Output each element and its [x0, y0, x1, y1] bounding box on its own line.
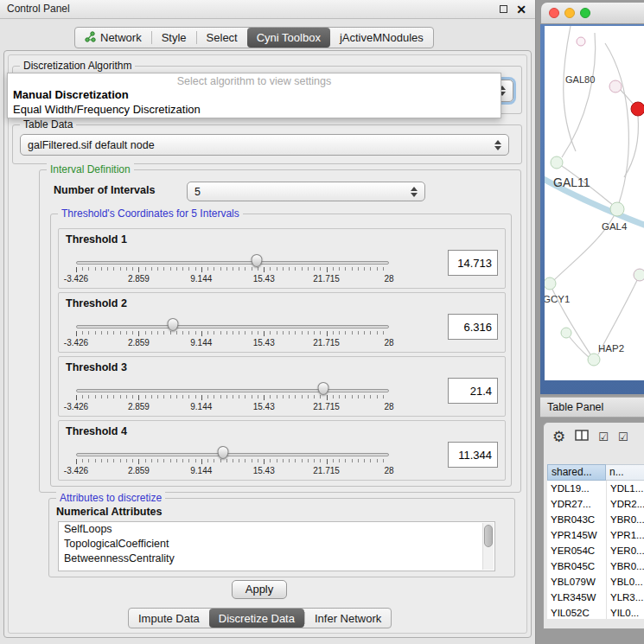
- attributes-list[interactable]: SelfLoops TopologicalCoefficient Between…: [58, 521, 495, 571]
- tab-cyni-toolbox[interactable]: Cyni Toolbox: [247, 28, 330, 48]
- scrollbar-thumb[interactable]: [484, 525, 493, 547]
- network-node[interactable]: [577, 37, 585, 46]
- interval-definition-group: Interval Definition Number of Intervals …: [39, 169, 521, 493]
- threshold-4-slider[interactable]: -3.426 2.859 9.144 15.43 21.715 28: [76, 447, 389, 480]
- table-row[interactable]: YER054C YER0...: [547, 543, 644, 558]
- network-node[interactable]: [551, 156, 563, 169]
- table-header-row: shared... n...: [547, 464, 644, 481]
- table-data-select[interactable]: galFiltered.sif default node: [20, 134, 509, 156]
- dropdown-placeholder: Select algorithm to view settings: [8, 73, 501, 87]
- scale-label: 9.144: [190, 466, 212, 475]
- slider-thumb[interactable]: [218, 446, 229, 459]
- tab-discretize-data[interactable]: Discretize Data: [209, 609, 304, 628]
- scale-label: 15.43: [253, 274, 275, 284]
- minimize-traffic-light-icon[interactable]: [564, 8, 575, 18]
- scale-label: 28: [384, 402, 393, 411]
- column-header-shared-name[interactable]: shared...: [547, 464, 606, 481]
- threshold-1-label: Threshold 1: [66, 233, 127, 245]
- table-panel-title: Table Panel: [547, 401, 603, 413]
- table-row[interactable]: YLR345W YLR3...: [547, 590, 644, 605]
- tab-impute-data[interactable]: Impute Data: [129, 609, 209, 628]
- table-body[interactable]: YDL19... YDL1... YDR27... YDR2... YBR043…: [547, 481, 644, 619]
- dropdown-option-equal-width[interactable]: Equal Width/Frequency Discretization: [8, 102, 501, 117]
- slider-track[interactable]: [76, 325, 389, 328]
- tab-style-label: Style: [162, 31, 187, 44]
- network-canvas[interactable]: GAL80 GAL11 GAL4 GCY1 HAP2: [545, 26, 644, 380]
- node-label: GAL11: [553, 175, 590, 189]
- network-node[interactable]: [588, 354, 600, 366]
- list-item[interactable]: BetweennessCentrality: [59, 552, 494, 566]
- table-row[interactable]: YDL19... YDL1...: [547, 481, 644, 496]
- threshold-1-slider[interactable]: -3.426 2.859 9.144 15.43 21.715 28: [76, 255, 389, 288]
- tab-jactivemnodules[interactable]: jActiveMNodules: [330, 28, 433, 48]
- dropdown-option-manual[interactable]: Manual Discretization: [8, 87, 501, 102]
- close-icon[interactable]: ✕: [516, 2, 526, 17]
- cell-shared-name: YDR27...: [547, 496, 606, 512]
- slider-track[interactable]: [76, 453, 389, 456]
- control-panel-window: Control Panel ✕ Network Style: [0, 0, 536, 644]
- number-of-intervals-select[interactable]: 5: [187, 182, 425, 201]
- threshold-2-value[interactable]: 6.316: [448, 314, 498, 340]
- threshold-4-panel: Threshold 4 -3.426 2.859 9.144 15.43 21.…: [58, 420, 506, 481]
- slider-scale: -3.426 2.859 9.144 15.43 21.715 28: [76, 402, 389, 412]
- node-label: GAL4: [602, 221, 628, 232]
- threshold-3-value[interactable]: 21.4: [448, 378, 498, 404]
- scale-label: 9.144: [190, 274, 212, 284]
- scale-label: -3.426: [64, 402, 88, 411]
- tab-network-label: Network: [100, 31, 142, 44]
- list-item[interactable]: TopologicalCoefficient: [59, 537, 494, 552]
- select-all-icon[interactable]: ☑: [598, 431, 609, 443]
- network-node[interactable]: [610, 202, 624, 216]
- control-panel-titlebar[interactable]: Control Panel ✕: [0, 0, 535, 19]
- list-item[interactable]: SelfLoops: [59, 522, 494, 537]
- slider-track[interactable]: [76, 261, 389, 265]
- scale-label: -3.426: [64, 338, 88, 348]
- slider-track[interactable]: [76, 389, 389, 392]
- threshold-3-slider[interactable]: -3.426 2.859 9.144 15.43 21.715 28: [76, 383, 389, 416]
- table-row[interactable]: YBL079W YBL0...: [547, 574, 644, 590]
- stepper-arrows-icon: [405, 187, 418, 197]
- table-data-group-title: Table Data: [20, 118, 76, 131]
- table-toolbar: ⚙ ☑ ☑: [544, 423, 644, 450]
- select-none-icon[interactable]: ☑: [618, 431, 628, 443]
- threshold-2-slider[interactable]: -3.426 2.859 9.144 15.43 21.715 28: [76, 319, 389, 352]
- scale-label: 15.43: [253, 402, 275, 411]
- network-node[interactable]: [545, 277, 556, 290]
- table-row[interactable]: YIL052C YIL0...: [547, 605, 644, 619]
- cell-name: YIL0...: [606, 605, 644, 619]
- attributes-scrollbar[interactable]: [482, 523, 494, 570]
- table-panel-header[interactable]: Table Panel: [540, 397, 644, 418]
- stepper-arrows-icon: [489, 140, 501, 150]
- threshold-4-value[interactable]: 11.344: [448, 442, 498, 468]
- network-node[interactable]: [609, 80, 622, 92]
- zoom-traffic-light-icon[interactable]: [580, 8, 590, 18]
- slider-thumb[interactable]: [317, 382, 328, 395]
- network-node[interactable]: [634, 269, 644, 281]
- network-window-titlebar[interactable]: [540, 2, 644, 24]
- columns-icon[interactable]: [575, 429, 589, 444]
- table-row[interactable]: YBR045C YBR0...: [547, 558, 644, 574]
- network-window-frame: GAL80 GAL11 GAL4 GCY1 HAP2: [540, 24, 644, 394]
- attributes-group-title: Attributes to discretize: [56, 492, 165, 504]
- network-node[interactable]: [561, 328, 571, 338]
- thresholds-group-title: Threshold's Coordinates for 5 Intervals: [58, 207, 243, 220]
- threshold-1-value[interactable]: 14.713: [448, 250, 498, 276]
- cell-shared-name: YLR345W: [547, 590, 606, 605]
- tab-network[interactable]: Network: [75, 28, 151, 48]
- apply-button[interactable]: Apply: [232, 580, 287, 599]
- cell-shared-name: YER054C: [547, 543, 606, 558]
- selected-network-node[interactable]: [631, 102, 644, 116]
- threshold-3-panel: Threshold 3 -3.426 2.859 9.144 15.43 21.…: [58, 356, 506, 417]
- close-traffic-light-icon[interactable]: [549, 8, 559, 18]
- tab-select[interactable]: Select: [197, 28, 247, 48]
- tab-infer-network[interactable]: Infer Network: [305, 609, 391, 628]
- slider-thumb[interactable]: [168, 318, 179, 331]
- table-row[interactable]: YBR043C YBR0...: [547, 512, 644, 527]
- tab-style[interactable]: Style: [152, 28, 196, 48]
- table-row[interactable]: YDR27... YDR2...: [547, 496, 644, 512]
- slider-thumb[interactable]: [251, 254, 262, 267]
- table-row[interactable]: YPR145W YPR1...: [547, 527, 644, 543]
- float-icon[interactable]: [500, 5, 507, 13]
- column-header-name[interactable]: n...: [606, 464, 644, 481]
- gear-icon[interactable]: ⚙: [552, 430, 565, 444]
